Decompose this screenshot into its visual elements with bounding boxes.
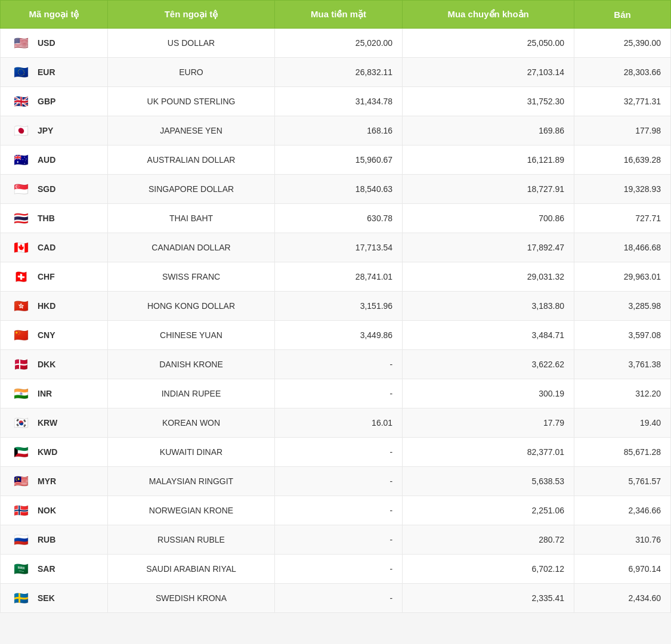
currency-code-cell: 🇪🇺 EUR (1, 58, 108, 87)
currency-code-cell: 🇦🇺 AUD (1, 145, 108, 175)
currency-code-label: CAD (38, 243, 55, 252)
sell-cell: 3,761.38 (574, 350, 671, 379)
sell-cell: 2,434.60 (574, 584, 671, 613)
table-row: 🇪🇺 EUR EURO26,832.1127,103.1428,303.66 (1, 58, 671, 87)
currency-code-label: JPY (38, 126, 53, 135)
buy-cash-cell: - (275, 525, 403, 555)
currency-name-cell: EURO (108, 58, 275, 87)
table-row: 🇳🇴 NOK NORWEGIAN KRONE-2,251.062,346.66 (1, 496, 671, 525)
table-row: 🇸🇦 SAR SAUDI ARABIAN RIYAL-6,702.126,970… (1, 555, 671, 584)
buy-transfer-cell: 2,335.41 (403, 584, 574, 613)
flag-icon: 🇲🇾 (10, 474, 32, 488)
currency-code-cell: 🇨🇳 CNY (1, 321, 108, 350)
currency-name-cell: HONG KONG DOLLAR (108, 292, 275, 321)
currency-code-cell: 🇰🇼 KWD (1, 438, 108, 467)
currency-code-label: MYR (38, 476, 56, 486)
buy-cash-cell: - (275, 584, 403, 613)
buy-transfer-cell: 29,031.32 (403, 262, 574, 292)
flag-icon: 🇦🇺 (10, 153, 32, 167)
currency-code-label: INR (38, 389, 52, 398)
buy-transfer-cell: 280.72 (403, 525, 574, 555)
table-row: 🇩🇰 DKK DANISH KRONE-3,622.623,761.38 (1, 350, 671, 379)
sell-cell: 18,466.68 (574, 233, 671, 262)
buy-cash-cell: - (275, 467, 403, 496)
currency-name-cell: MALAYSIAN RINGGIT (108, 467, 275, 496)
flag-icon: 🇨🇦 (10, 240, 32, 255)
sell-cell: 310.76 (574, 525, 671, 555)
buy-cash-cell: - (275, 379, 403, 408)
buy-cash-cell: 3,449.86 (275, 321, 403, 350)
flag-icon: 🇹🇭 (10, 211, 32, 225)
buy-transfer-cell: 5,638.53 (403, 467, 574, 496)
flag-icon: 🇯🇵 (10, 123, 32, 138)
buy-cash-cell: 31,434.78 (275, 87, 403, 116)
buy-cash-cell: - (275, 350, 403, 379)
currency-name-cell: SWISS FRANC (108, 262, 275, 292)
currency-code-label: CHF (38, 272, 55, 281)
currency-name-cell: CANADIAN DOLLAR (108, 233, 275, 262)
buy-transfer-cell: 27,103.14 (403, 58, 574, 87)
table-row: 🇰🇼 KWD KUWAITI DINAR-82,377.0185,671.28 (1, 438, 671, 467)
table-row: 🇸🇬 SGD SINGAPORE DOLLAR18,540.6318,727.9… (1, 175, 671, 204)
currency-code-cell: 🇨🇦 CAD (1, 233, 108, 262)
table-row: 🇦🇺 AUD AUSTRALIAN DOLLAR15,960.6716,121.… (1, 145, 671, 175)
currency-name-cell: AUSTRALIAN DOLLAR (108, 145, 275, 175)
flag-icon: 🇨🇭 (10, 270, 32, 284)
currency-name-cell: KOREAN WON (108, 408, 275, 438)
buy-cash-cell: 26,832.11 (275, 58, 403, 87)
flag-icon: 🇸🇦 (10, 562, 32, 576)
currency-code-label: GBP (38, 97, 55, 106)
buy-cash-cell: - (275, 555, 403, 584)
currency-name-cell: UK POUND STERLING (108, 87, 275, 116)
flag-icon: 🇺🇸 (10, 36, 32, 50)
header-buy-cash: Mua tiền mặt (275, 1, 403, 29)
table-row: 🇰🇷 KRW KOREAN WON16.0117.7919.40 (1, 408, 671, 438)
currency-code-label: SEK (38, 593, 55, 603)
sell-cell: 3,597.08 (574, 321, 671, 350)
table-header-row: Mã ngoại tệ Tên ngoại tệ Mua tiền mặt Mu… (1, 1, 671, 29)
flag-icon: 🇸🇬 (10, 182, 32, 196)
currency-name-cell: NORWEGIAN KRONE (108, 496, 275, 525)
buy-transfer-cell: 6,702.12 (403, 555, 574, 584)
flag-icon: 🇬🇧 (10, 94, 32, 109)
buy-cash-cell: 28,741.01 (275, 262, 403, 292)
currency-code-cell: 🇮🇳 INR (1, 379, 108, 408)
currency-name-cell: JAPANESE YEN (108, 116, 275, 145)
buy-transfer-cell: 31,752.30 (403, 87, 574, 116)
flag-icon: 🇰🇼 (10, 445, 32, 459)
currency-code-cell: 🇹🇭 THB (1, 204, 108, 233)
flag-icon: 🇸🇪 (10, 591, 32, 605)
currency-code-cell: 🇸🇦 SAR (1, 555, 108, 584)
header-name: Tên ngoại tệ (108, 1, 275, 29)
sell-cell: 19,328.93 (574, 175, 671, 204)
table-row: 🇷🇺 RUB RUSSIAN RUBLE-280.72310.76 (1, 525, 671, 555)
buy-cash-cell: - (275, 496, 403, 525)
sell-cell: 727.71 (574, 204, 671, 233)
table-row: 🇹🇭 THB THAI BAHT630.78700.86727.71 (1, 204, 671, 233)
sell-cell: 312.20 (574, 379, 671, 408)
buy-transfer-cell: 700.86 (403, 204, 574, 233)
currency-code-cell: 🇨🇭 CHF (1, 262, 108, 292)
table-row: 🇺🇸 USD US DOLLAR25,020.0025,050.0025,390… (1, 29, 671, 58)
sell-cell: 19.40 (574, 408, 671, 438)
table-row: 🇨🇭 CHF SWISS FRANC28,741.0129,031.3229,9… (1, 262, 671, 292)
sell-cell: 85,671.28 (574, 438, 671, 467)
table-row: 🇨🇦 CAD CANADIAN DOLLAR17,713.5417,892.47… (1, 233, 671, 262)
currency-code-cell: 🇯🇵 JPY (1, 116, 108, 145)
currency-name-cell: THAI BAHT (108, 204, 275, 233)
buy-transfer-cell: 169.86 (403, 116, 574, 145)
currency-name-cell: SINGAPORE DOLLAR (108, 175, 275, 204)
sell-cell: 25,390.00 (574, 29, 671, 58)
sell-cell: 5,761.57 (574, 467, 671, 496)
buy-transfer-cell: 2,251.06 (403, 496, 574, 525)
buy-cash-cell: 3,151.96 (275, 292, 403, 321)
exchange-rate-table: Mã ngoại tệ Tên ngoại tệ Mua tiền mặt Mu… (0, 0, 671, 613)
flag-icon: 🇷🇺 (10, 532, 32, 547)
sell-cell: 32,771.31 (574, 87, 671, 116)
sell-cell: 6,970.14 (574, 555, 671, 584)
table-body: 🇺🇸 USD US DOLLAR25,020.0025,050.0025,390… (1, 29, 671, 613)
currency-name-cell: RUSSIAN RUBLE (108, 525, 275, 555)
flag-icon: 🇭🇰 (10, 299, 32, 313)
currency-name-cell: DANISH KRONE (108, 350, 275, 379)
table-row: 🇭🇰 HKD HONG KONG DOLLAR3,151.963,183.803… (1, 292, 671, 321)
